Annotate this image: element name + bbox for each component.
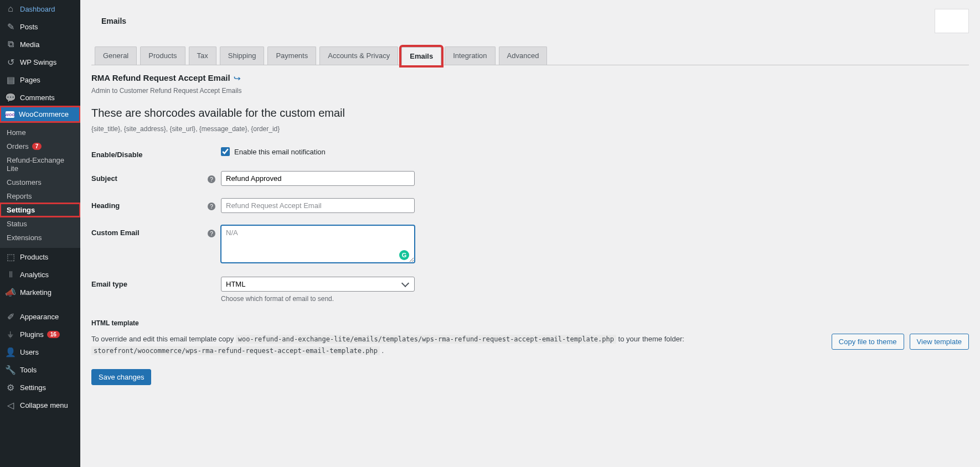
section-subtitle: Admin to Customer Refund Request Accept … <box>91 87 969 95</box>
sidebar-item-label: Comments <box>20 94 55 102</box>
tools-icon: 🔧 <box>6 365 16 375</box>
sidebar-item-wpswings[interactable]: ↺WP Swings <box>0 53 80 71</box>
tab-accounts[interactable]: Accounts & Privacy <box>319 46 398 65</box>
marketing-icon: 📣 <box>6 287 16 297</box>
sidebar-sub-settings[interactable]: Settings <box>0 203 80 217</box>
enable-checkbox-label: Enable this email notification <box>234 148 326 156</box>
swings-icon: ↺ <box>6 57 16 67</box>
sidebar-item-label: Plugins <box>20 330 44 339</box>
woo-icon: woo <box>6 111 14 118</box>
shortcodes-heading: These are shorcodes available for the cu… <box>91 107 969 120</box>
sidebar-item-media[interactable]: ⧉Media <box>0 35 80 53</box>
tab-integration[interactable]: Integration <box>445 46 495 65</box>
copy-file-button[interactable]: Copy file to theme <box>832 334 904 350</box>
enable-checkbox[interactable] <box>221 147 230 156</box>
sidebar-item-label: Pages <box>20 76 40 84</box>
appearance-icon: ✐ <box>6 312 16 321</box>
tab-tax[interactable]: Tax <box>189 46 216 65</box>
sidebar-item-users[interactable]: 👤Users <box>0 343 80 361</box>
pin-icon: ✎ <box>6 22 16 32</box>
tab-advanced[interactable]: Advanced <box>499 46 548 65</box>
sidebar-sub-status[interactable]: Status <box>0 217 80 231</box>
sidebar-item-settings[interactable]: ⚙Settings <box>0 378 80 396</box>
sidebar-item-posts[interactable]: ✎Posts <box>0 18 80 35</box>
sidebar-item-label: Posts <box>20 23 38 31</box>
comments-icon: 💬 <box>6 92 16 102</box>
section-title: RMA Refund Request Accept Email ⤴ <box>91 73 239 82</box>
view-template-button[interactable]: View template <box>910 334 969 350</box>
sidebar-item-label: Tools <box>20 366 37 374</box>
subject-input[interactable] <box>221 171 415 186</box>
grammarly-icon[interactable]: G <box>399 250 409 260</box>
settings-tabs: General Products Tax Shipping Payments A… <box>91 46 969 65</box>
sidebar-item-marketing[interactable]: 📣Marketing <box>0 283 80 301</box>
sidebar-item-label: Settings <box>20 383 46 392</box>
collapse-icon: ◁ <box>6 400 16 410</box>
template-path-dest: storefront/woocommerce/wps-rma-refund-re… <box>91 346 380 355</box>
sidebar-sub-home[interactable]: Home <box>0 126 80 139</box>
sidebar-item-label: Marketing <box>20 288 51 297</box>
sidebar-item-label: Products <box>20 253 48 261</box>
sidebar-sub-customers[interactable]: Customers <box>0 175 80 189</box>
products-icon: ⬚ <box>6 252 16 262</box>
settings-icon: ⚙ <box>6 382 16 392</box>
users-icon: 👤 <box>6 347 16 357</box>
custom-email-textarea[interactable] <box>221 225 415 263</box>
top-right-box <box>935 9 969 33</box>
sidebar-sub-refund[interactable]: Refund-Exchange Lite <box>0 153 80 175</box>
plugins-icon: ⏚ <box>6 329 16 339</box>
sidebar-item-comments[interactable]: 💬Comments <box>0 89 80 106</box>
sidebar-item-woocommerce[interactable]: wooWooCommerce <box>0 106 80 122</box>
sidebar-submenu: Home Orders7 Refund-Exchange Lite Custom… <box>0 122 80 248</box>
sidebar-item-label: Analytics <box>20 271 49 279</box>
tab-emails[interactable]: Emails <box>401 47 441 65</box>
help-icon[interactable]: ? <box>208 230 215 237</box>
sidebar-sub-reports[interactable]: Reports <box>0 189 80 203</box>
sidebar-item-label: WP Swings <box>20 58 56 66</box>
plugins-badge: 16 <box>47 331 60 338</box>
sidebar-item-label: Dashboard <box>20 5 55 13</box>
sidebar-item-products[interactable]: ⬚Products <box>0 248 80 266</box>
help-icon[interactable]: ? <box>208 175 215 183</box>
sidebar-item-pages[interactable]: ▤Pages <box>0 71 80 89</box>
subject-label: Subject <box>91 171 208 183</box>
heading-input[interactable] <box>221 198 415 213</box>
email-type-hint: Choose which format of email to send. <box>221 295 415 303</box>
heading-label: Heading <box>91 198 208 210</box>
sidebar-sub-extensions[interactable]: Extensions <box>0 231 80 245</box>
sidebar-item-appearance[interactable]: ✐Appearance <box>0 308 80 325</box>
sidebar-item-collapse[interactable]: ◁Collapse menu <box>0 396 80 414</box>
page-title: Emails <box>101 17 126 25</box>
enable-label: Enable/Disable <box>91 147 208 159</box>
tab-shipping[interactable]: Shipping <box>220 46 265 65</box>
sidebar-item-tools[interactable]: 🔧Tools <box>0 361 80 378</box>
email-type-label: Email type <box>91 277 208 288</box>
sidebar-item-plugins[interactable]: ⏚Plugins16 <box>0 325 80 343</box>
template-heading: HTML template <box>91 319 969 327</box>
tab-general[interactable]: General <box>95 46 137 65</box>
sidebar-item-label: Media <box>20 40 39 49</box>
sidebar-item-label: WooCommerce <box>19 110 69 118</box>
back-icon[interactable]: ⤴ <box>232 76 241 80</box>
save-button[interactable]: Save changes <box>91 369 151 385</box>
analytics-icon: ⫴ <box>6 269 16 279</box>
custom-email-label: Custom Email <box>91 225 208 237</box>
dashboard-icon: ⌂ <box>6 4 16 14</box>
main-content: Emails General Products Tax Shipping Pay… <box>80 0 980 467</box>
help-icon[interactable]: ? <box>208 203 215 210</box>
tab-payments[interactable]: Payments <box>267 46 316 65</box>
email-type-select[interactable]: HTML <box>221 277 415 292</box>
sidebar-item-label: Appearance <box>20 313 59 321</box>
orders-badge: 7 <box>32 143 42 150</box>
admin-sidebar: ⌂Dashboard ✎Posts ⧉Media ↺WP Swings ▤Pag… <box>0 0 80 467</box>
media-icon: ⧉ <box>6 39 16 49</box>
sidebar-item-analytics[interactable]: ⫴Analytics <box>0 266 80 283</box>
sidebar-sub-orders[interactable]: Orders7 <box>0 139 80 153</box>
tab-products[interactable]: Products <box>140 46 185 65</box>
sidebar-item-label: Collapse menu <box>20 401 68 409</box>
shortcodes-list: {site_title}, {site_address}, {site_url}… <box>91 125 969 133</box>
pages-icon: ▤ <box>6 75 16 85</box>
template-text: To override and edit this email template… <box>91 334 821 357</box>
sidebar-item-label: Users <box>20 348 39 356</box>
sidebar-item-dashboard[interactable]: ⌂Dashboard <box>0 0 80 18</box>
